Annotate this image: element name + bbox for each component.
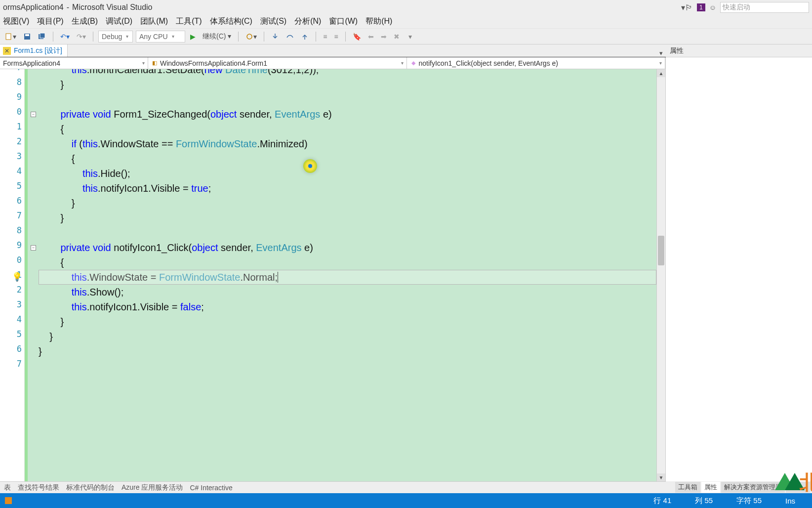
bookmark-button[interactable]: 🔖	[351, 31, 363, 42]
menu-bar: 视图(V)项目(P)生成(B)调试(D)团队(M)工具(T)体系结构(C)测试(…	[0, 15, 812, 29]
menu-item[interactable]: 工具(T)	[176, 16, 202, 27]
continue-button[interactable]: 继续(C) ▾	[203, 32, 231, 41]
next-bookmark-button[interactable]: ➡	[379, 31, 389, 42]
menu-item[interactable]: 团队(M)	[140, 16, 168, 27]
browser-link-button[interactable]: ▾	[244, 31, 259, 42]
notifications-icon[interactable]: ▾🏳	[681, 3, 693, 12]
code-line[interactable]: this.Hide();	[39, 166, 656, 181]
code-line[interactable]: {	[39, 122, 656, 136]
toolbar-overflow-button[interactable]: ▾	[406, 31, 414, 42]
code-line[interactable]: }	[39, 196, 656, 211]
prev-bookmark-button[interactable]: ⬅	[366, 31, 376, 42]
right-dock-tab[interactable]: 类视...	[786, 482, 810, 493]
code-line[interactable]: }	[39, 211, 656, 225]
status-column: 列 55	[695, 496, 713, 506]
code-line[interactable]: }	[39, 77, 656, 92]
notifications-count[interactable]: 1	[697, 3, 705, 11]
menu-item[interactable]: 体系结构(C)	[210, 16, 252, 27]
bottom-tab[interactable]: 表	[4, 483, 11, 492]
code-editor[interactable]: 7 this.monthCalendar1.SetDate(new DateTi…	[0, 69, 665, 481]
current-line-highlight	[39, 270, 656, 285]
menu-item[interactable]: 调试(D)	[106, 16, 132, 27]
line-number: 8	[0, 77, 22, 87]
status-char: 字符 55	[736, 496, 762, 506]
menu-item[interactable]: 帮助(H)	[365, 16, 392, 27]
start-debug-button[interactable]: ▶	[188, 31, 198, 42]
bottom-tab[interactable]: Azure 应用服务活动	[122, 483, 183, 492]
save-all-button[interactable]	[36, 31, 48, 42]
code-line[interactable]: }	[39, 329, 656, 344]
code-line[interactable]: this.notifyIcon1.Visible = false;	[39, 299, 656, 314]
class-icon: ◧	[151, 60, 158, 67]
code-line[interactable]: this.Show();	[39, 285, 656, 299]
menu-item[interactable]: 项目(P)	[37, 16, 63, 27]
close-tab-button[interactable]: ✕	[3, 47, 11, 55]
step-out-button[interactable]	[299, 31, 311, 42]
nav-member-dropdown[interactable]: ◆notifyIcon1_Click(object sender, EventA…	[407, 57, 666, 69]
code-line[interactable]: {	[39, 151, 656, 166]
title-bar: ormsApplication4 - Microsoft Visual Stud…	[0, 0, 812, 15]
vertical-scrollbar[interactable]: ▲ ▼	[656, 69, 665, 481]
uncomment-button[interactable]: ≡	[332, 31, 340, 42]
code-line[interactable]: private void Form1_SizeChanged(object se…	[39, 107, 656, 122]
nav-class-dropdown[interactable]: ◧WindowsFormsApplication4.Form1	[148, 57, 407, 69]
tab-overflow-button[interactable]: ▾	[659, 49, 666, 57]
status-bar: 行 41 列 55 字符 55 Ins	[0, 493, 812, 508]
line-number: 6	[0, 344, 22, 354]
redo-button[interactable]: ↷▾	[75, 31, 88, 42]
line-number: 9	[0, 240, 22, 250]
right-dock-tabs: 工具箱属性解决方案资源管理器类视...	[666, 481, 812, 493]
clear-bookmarks-button[interactable]: ✖	[392, 31, 402, 42]
fold-toggle[interactable]: −	[31, 245, 36, 251]
code-line[interactable]: this.notifyIcon1.Visible = true;	[39, 181, 656, 196]
fold-toggle[interactable]: −	[31, 112, 36, 117]
properties-panel-body[interactable]	[666, 57, 812, 481]
lightbulb-icon[interactable]: 💡	[12, 272, 22, 282]
method-icon: ◆	[410, 60, 417, 67]
line-number: 8	[0, 225, 22, 235]
right-dock-tab[interactable]: 属性	[701, 482, 720, 493]
document-tabs: ✕ Form1.cs [设计] ▾	[0, 44, 666, 57]
code-line[interactable]: if (this.WindowState == FormWindowState.…	[39, 136, 656, 151]
line-number: 7	[0, 69, 22, 72]
code-line[interactable]	[39, 359, 656, 374]
scroll-down-button[interactable]: ▼	[657, 473, 665, 481]
menu-item[interactable]: 分析(N)	[294, 16, 321, 27]
nav-project-dropdown[interactable]: FormsApplication4	[0, 57, 148, 69]
menu-item[interactable]: 视图(V)	[3, 16, 29, 27]
quick-launch-input[interactable]: 快速启动	[720, 2, 809, 13]
menu-item[interactable]: 窗口(W)	[329, 16, 358, 27]
step-into-button[interactable]	[269, 31, 281, 42]
document-tab[interactable]: ✕ Form1.cs [设计]	[0, 44, 68, 57]
scroll-thumb[interactable]	[658, 236, 664, 265]
line-number: 0	[0, 255, 22, 265]
scroll-up-button[interactable]: ▲	[657, 69, 665, 77]
save-button[interactable]	[21, 31, 33, 42]
code-line[interactable]: }	[39, 314, 656, 329]
bottom-tab[interactable]: 查找符号结果	[18, 483, 59, 492]
right-dock-tab[interactable]: 解决方案资源管理器	[721, 482, 785, 493]
code-line[interactable]	[39, 92, 656, 107]
code-line[interactable]: {	[39, 255, 656, 270]
menu-item[interactable]: 生成(B)	[72, 16, 98, 27]
comment-button[interactable]: ≡	[321, 31, 329, 42]
menu-item[interactable]: 测试(S)	[260, 16, 286, 27]
code-line[interactable]: private void notifyIcon1_Click(object se…	[39, 240, 656, 255]
status-indicator-icon	[5, 497, 12, 504]
code-line[interactable]: }	[39, 344, 656, 359]
step-over-button[interactable]	[284, 31, 296, 42]
config-dropdown[interactable]: Debug	[98, 31, 133, 42]
properties-panel-header: 属性	[666, 44, 812, 57]
undo-button[interactable]: ↶▾	[58, 31, 72, 42]
feedback-icon[interactable]: ☺	[709, 3, 716, 11]
new-item-button[interactable]: ▾	[3, 31, 18, 42]
line-number: 5	[0, 181, 22, 191]
line-number: 5	[0, 329, 22, 339]
right-dock-tab[interactable]: 工具箱	[675, 482, 700, 493]
code-line[interactable]	[39, 225, 656, 240]
bottom-tab[interactable]: 标准代码的制台	[66, 483, 115, 492]
code-navigation-bar: FormsApplication4 ◧WindowsFormsApplicati…	[0, 57, 665, 69]
platform-dropdown[interactable]: Any CPU	[136, 31, 185, 42]
code-line[interactable]: this.monthCalendar1.SetDate(new DateTime…	[39, 69, 656, 77]
bottom-tab[interactable]: C# Interactive	[190, 484, 232, 492]
